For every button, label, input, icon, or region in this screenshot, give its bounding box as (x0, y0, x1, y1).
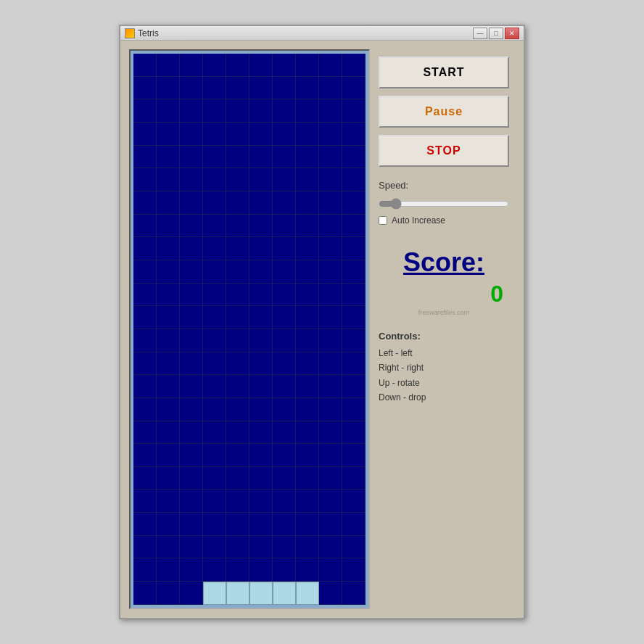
window-body: START Pause STOP Speed: Auto Increase Sc… (120, 41, 524, 618)
board-cell (180, 513, 203, 536)
board-cell (319, 375, 342, 398)
board-cell (273, 77, 296, 100)
minimize-button[interactable]: — (473, 28, 487, 39)
board-cell (342, 260, 366, 284)
board-cell (342, 77, 366, 100)
board-cell (226, 398, 249, 421)
board-cell (319, 467, 342, 490)
board-cell (180, 467, 203, 490)
control-item: Left - left (379, 346, 509, 360)
board-cell (319, 215, 342, 238)
board-cell (342, 329, 366, 352)
main-window: Tetris — □ ✕ START Pause STOP Speed: Aut… (119, 25, 525, 619)
board-cell (180, 375, 203, 398)
board-cell (133, 536, 157, 559)
board-cell (273, 536, 296, 559)
controls-list: Left - leftRight - rightUp - rotateDown … (379, 346, 509, 405)
board-cell (133, 558, 157, 582)
game-board-container (129, 49, 370, 609)
board-cell (249, 329, 273, 352)
board-cell (319, 146, 342, 169)
board-cell (296, 215, 319, 238)
board-cell (319, 54, 342, 77)
board-cell (249, 99, 273, 123)
board-cell (273, 260, 296, 284)
side-panel: START Pause STOP Speed: Auto Increase Sc… (379, 49, 509, 609)
board-cell (342, 54, 366, 77)
board-cell (319, 444, 342, 467)
board-cell (133, 168, 157, 191)
board-cell (226, 77, 249, 100)
board-cell (319, 191, 342, 215)
board-cell (273, 398, 296, 421)
board-cell (157, 444, 180, 467)
board-cell (226, 260, 249, 284)
board-cell (203, 398, 226, 421)
board-cell (133, 421, 157, 445)
board-cell (249, 168, 273, 191)
board-cell (226, 467, 249, 490)
auto-increase-checkbox[interactable] (379, 216, 387, 225)
board-cell (249, 582, 273, 605)
board-cell (342, 536, 366, 559)
board-cell (342, 582, 366, 605)
board-cell (180, 306, 203, 329)
maximize-button[interactable]: □ (489, 28, 503, 39)
board-cell (180, 168, 203, 191)
board-cell (249, 352, 273, 376)
board-cell (203, 513, 226, 536)
board-cell (273, 513, 296, 536)
board-cell (157, 215, 180, 238)
board-cell (273, 444, 296, 467)
board-cell (180, 123, 203, 146)
board-cell (319, 237, 342, 260)
window-icon (125, 28, 135, 38)
board-cell (226, 513, 249, 536)
controls-section: Controls: Left - leftRight - rightUp - r… (379, 331, 509, 405)
board-cell (203, 352, 226, 376)
board-cell (273, 329, 296, 352)
controls-title: Controls: (379, 331, 509, 342)
board-cell (273, 237, 296, 260)
board-cell (273, 306, 296, 329)
speed-slider[interactable] (379, 198, 509, 210)
board-cell (157, 168, 180, 191)
board-cell (157, 398, 180, 421)
stop-button[interactable]: STOP (379, 135, 509, 167)
pause-button[interactable]: Pause (379, 96, 509, 128)
close-button[interactable]: ✕ (505, 28, 519, 39)
board-cell (157, 146, 180, 169)
board-cell (249, 536, 273, 559)
board-cell (133, 582, 157, 605)
board-cell (296, 54, 319, 77)
board-cell (249, 558, 273, 582)
board-cell (203, 558, 226, 582)
board-cell (249, 398, 273, 421)
board-cell (249, 215, 273, 238)
board-cell (273, 191, 296, 215)
board-cell (157, 54, 180, 77)
score-section: Score: 0 freewarefiles.com (379, 247, 509, 316)
board-cell (226, 352, 249, 376)
board-cell (273, 558, 296, 582)
control-item: Down - drop (379, 390, 509, 405)
board-cell (133, 352, 157, 376)
board-cell (319, 398, 342, 421)
board-cell (226, 444, 249, 467)
board-cell (296, 398, 319, 421)
control-item: Up - rotate (379, 376, 509, 390)
board-cell (296, 123, 319, 146)
board-cell (249, 444, 273, 467)
speed-label: Speed: (379, 180, 509, 191)
control-item: Right - right (379, 360, 509, 375)
board-cell (180, 421, 203, 445)
start-button[interactable]: START (379, 57, 509, 88)
board-cell (226, 123, 249, 146)
board-cell (319, 329, 342, 352)
game-board (133, 54, 366, 605)
board-cell (133, 77, 157, 100)
board-cell (226, 237, 249, 260)
board-cell (157, 191, 180, 215)
board-cell (133, 215, 157, 238)
board-cell (296, 375, 319, 398)
